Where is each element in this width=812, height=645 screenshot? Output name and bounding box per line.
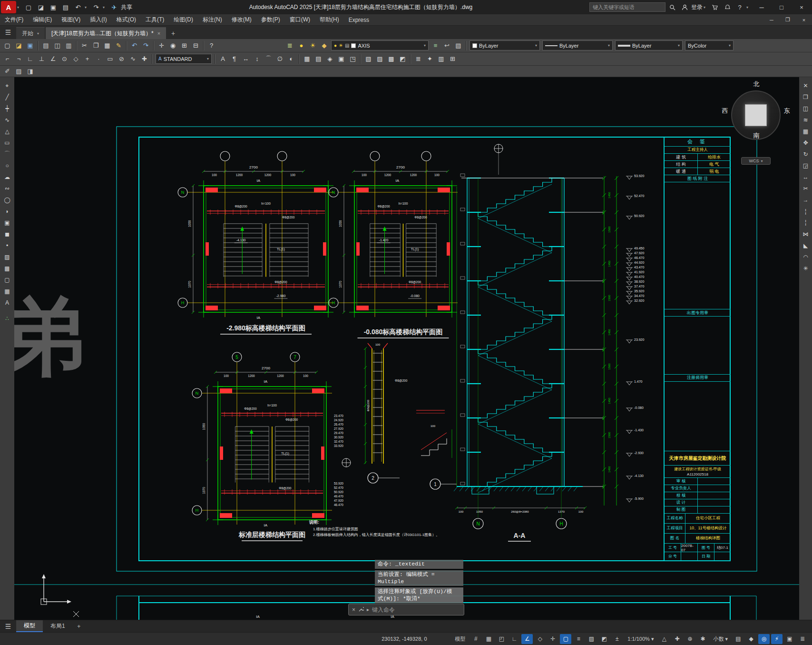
stretch-tool[interactable]: ↔ [800,171,812,182]
trim-tool[interactable]: ✂ [800,183,812,194]
snap-center[interactable]: ⊙ [59,54,70,64]
selection-cycling[interactable]: ◩ [598,634,610,644]
notification-bell-icon[interactable] [722,1,733,13]
new-layout-button[interactable]: + [73,623,85,630]
qat-new-icon[interactable]: ▢ [23,1,34,13]
redo[interactable]: ↷ [140,40,151,51]
hatch-tool[interactable]: ▨ [1,251,13,262]
menu-窗口(W)[interactable]: 窗口(W) [285,14,315,25]
menu-插入(I)[interactable]: 插入(I) [85,14,111,25]
external-reference[interactable]: ▧ [363,54,374,64]
undo[interactable]: ↶ [129,40,140,51]
command-tools-icon[interactable] [358,605,364,614]
menu-视图(V)[interactable]: 视图(V) [57,14,85,25]
qat-save-icon[interactable]: ▣ [48,1,59,13]
snap-tangent[interactable]: ∿ [127,54,138,64]
signin-label[interactable]: 登录 [691,3,703,11]
annotation-monitor[interactable]: ⊕ [684,634,695,644]
plot-preview[interactable]: ◫ [52,40,63,51]
infer-constraints[interactable]: ◰ [496,634,507,644]
join-tool[interactable]: ⋈ [800,228,812,239]
tab-start[interactable]: 开始▾ [16,27,45,39]
doc-minimize-button[interactable]: ─ [763,14,780,25]
spline-tool[interactable]: ∾ [1,183,13,194]
app-logo-icon[interactable]: A [1,1,16,13]
region-tool[interactable]: ▢ [1,274,13,285]
graphics-performance[interactable]: ⚡ [771,634,783,644]
ellipse-tool[interactable]: ◯ [1,194,13,205]
redo-chevron-icon[interactable]: ▾ [103,5,108,10]
array-tool[interactable]: ▦ [800,126,812,137]
model-space-button[interactable]: 模型 [451,634,469,644]
layer-previous[interactable]: ↩ [441,40,452,51]
save-file[interactable]: ▣ [25,40,36,51]
menu-格式(O)[interactable]: 格式(O) [112,14,141,25]
dim-aligned[interactable]: ↕ [252,54,263,64]
user-icon[interactable] [679,1,690,13]
ortho-mode[interactable]: ∟ [509,634,520,644]
compass-east-label[interactable]: 东 [782,107,792,115]
doc-close-button[interactable]: × [796,14,812,25]
break-at-point-tool[interactable]: ¦ [800,206,812,217]
menu-文件(F)[interactable]: 文件(F) [0,14,28,25]
erase-tool[interactable]: ✕ [800,80,812,91]
qat-redo-icon[interactable]: ↷ [90,1,102,13]
object-snap-tracking[interactable]: ✛ [547,634,558,644]
point-tool[interactable]: • [1,240,13,251]
chamfer-tool[interactable]: ◣ [800,240,812,251]
dim-linear[interactable]: ↔ [240,54,251,64]
layer-properties[interactable]: ≣ [284,40,295,51]
transparency[interactable]: ▨ [586,634,597,644]
open-file[interactable]: ◪ [13,40,24,51]
doc-restore-button[interactable]: ❐ [780,14,796,25]
layout-menu-icon[interactable]: ☰ [0,620,16,632]
rotate-tool[interactable]: ↻ [800,149,812,159]
minimize-button[interactable]: ─ [752,0,771,14]
text-tool[interactable]: A [1,297,13,308]
compass-south-label[interactable]: 南 [751,131,762,140]
combo-linetype[interactable]: ByLayer▾ [542,40,613,50]
tab-start-chevron-icon[interactable]: ▾ [37,31,39,36]
help-chevron-icon[interactable]: ▾ [746,5,751,10]
layer-lock[interactable]: ◆ [319,40,330,51]
show-lineweight[interactable]: ≡ [573,634,584,644]
dynamic-input[interactable]: ± [611,634,623,644]
pan[interactable]: ✛ [156,40,167,51]
image-attach[interactable]: ▨ [374,54,385,64]
explode-tool[interactable]: ✳ [800,263,812,274]
cut-clip[interactable]: ✂ [79,40,90,51]
object-snap[interactable]: ▢ [560,634,571,644]
dim-arc[interactable]: ⌒ [263,54,274,64]
arc-tool[interactable]: ⌒ [1,149,13,159]
zoom-realtime[interactable]: ◉ [167,40,178,51]
gradient[interactable]: ◩ [397,54,408,64]
match-properties[interactable]: ✎ [113,40,124,51]
file-tabs-menu-icon[interactable]: ☰ [0,26,16,39]
table-tool[interactable]: ▦ [1,286,13,297]
break-tool[interactable]: ╎ [800,217,812,228]
make-current-layer[interactable]: ≡ [430,40,441,51]
compass-north-label[interactable]: 北 [751,80,762,89]
lock-ui[interactable]: ◆ [745,634,757,644]
combo-plotstyle[interactable]: ByColor▾ [685,40,734,50]
hatch[interactable]: ▩ [386,54,397,64]
layer-states[interactable]: ▧ [453,40,464,51]
multiline-text[interactable]: A [217,54,228,64]
single-line-text[interactable]: ¶ [229,54,240,64]
rectangle-tool[interactable]: ▭ [1,137,13,148]
gradient-tool[interactable]: ▩ [1,263,13,274]
extend-tool[interactable]: → [800,194,812,205]
point-style-tool[interactable]: ∴ [1,313,13,324]
construction-line-tool[interactable]: ┿ [1,103,13,114]
image-adjust[interactable]: ▨ [13,66,24,77]
object-isolate[interactable]: ◎ [758,634,770,644]
revision-cloud-tool[interactable]: ☁ [1,171,13,182]
quick-properties[interactable]: ▤ [733,634,744,644]
table[interactable]: ▦ [302,54,313,64]
combo-style[interactable]: ASTANDARD▾ [156,54,212,64]
snap-node[interactable]: + [82,54,93,64]
units-button[interactable]: 小数 ▾ [710,634,731,644]
snap-nearest[interactable]: · [93,54,104,64]
offset-tool[interactable]: ≋ [800,114,812,125]
quick-calc[interactable]: ⊞ [447,54,458,64]
